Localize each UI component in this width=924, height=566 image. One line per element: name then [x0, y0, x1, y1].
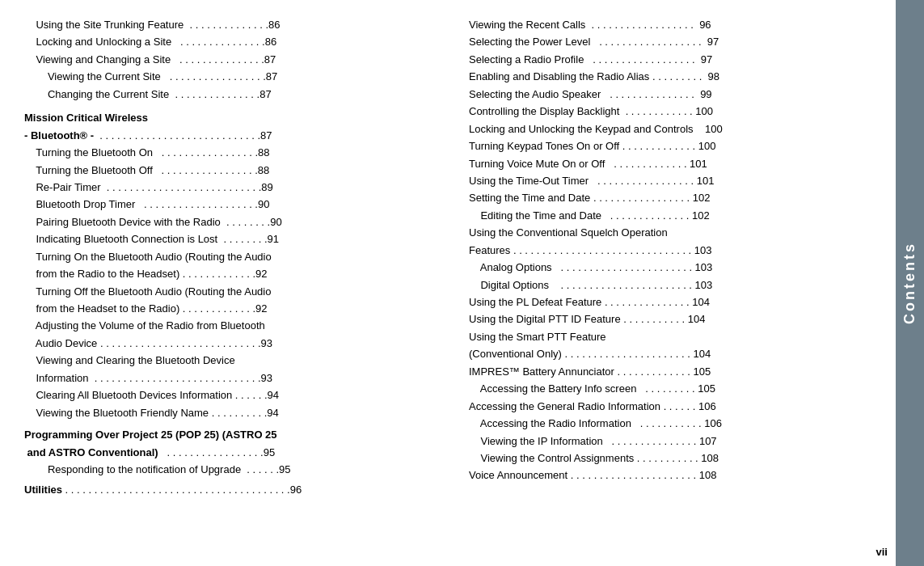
list-item: Selecting the Audio Speaker . . . . . . …: [469, 86, 893, 103]
section-subtitle: - Bluetooth® - . . . . . . . . . . . . .…: [24, 127, 437, 144]
list-item: Viewing the Recent Calls . . . . . . . .…: [469, 16, 893, 33]
list-item: Accessing the Battery Info screen . . . …: [469, 380, 893, 397]
list-item: Turning Voice Mute On or Off . . . . . .…: [469, 155, 893, 172]
list-item: Audio Device . . . . . . . . . . . . . .…: [24, 335, 437, 352]
list-item: Indicating Bluetooth Connection is Lost …: [24, 230, 437, 247]
list-item: Viewing and Clearing the Bluetooth Devic…: [24, 352, 437, 369]
list-item: Bluetooth Drop Timer . . . . . . . . . .…: [24, 196, 437, 213]
section-title-pop25: Programming Over Project 25 (POP 25) (AS…: [24, 426, 437, 443]
contents-label: Contents: [901, 242, 918, 324]
page-container: Using the Site Trunking Feature . . . . …: [0, 0, 924, 566]
list-item: Re-Pair Timer . . . . . . . . . . . . . …: [24, 179, 437, 196]
list-item: Setting the Time and Date . . . . . . . …: [469, 189, 893, 206]
list-item: Digital Options . . . . . . . . . . . . …: [469, 277, 893, 294]
list-item: Features . . . . . . . . . . . . . . . .…: [469, 242, 893, 259]
list-item: from the Headset to the Radio) . . . . .…: [24, 300, 437, 317]
list-item: Viewing the IP Information . . . . . . .…: [469, 433, 893, 450]
list-item: Locking and Unlocking the Keypad and Con…: [469, 120, 893, 137]
list-item: Using the Site Trunking Feature . . . . …: [24, 16, 437, 33]
list-item: Responding to the notification of Upgrad…: [24, 461, 437, 478]
list-item: Controlling the Display Backlight . . . …: [469, 103, 893, 120]
list-item: Turning Off the Bluetooth Audio (Routing…: [24, 283, 437, 300]
list-item: Viewing the Current Site . . . . . . . .…: [24, 68, 437, 85]
list-item: Using the PL Defeat Feature . . . . . . …: [469, 294, 893, 310]
list-item: and ASTRO Conventional) . . . . . . . . …: [24, 444, 437, 461]
list-item: Viewing the Bluetooth Friendly Name . . …: [24, 404, 437, 421]
list-item: Accessing the General Radio Information …: [469, 398, 893, 415]
list-item: Viewing the Control Assignments . . . . …: [469, 450, 893, 467]
page-marker: vii: [876, 546, 888, 558]
list-item: Locking and Unlocking a Site . . . . . .…: [24, 33, 437, 50]
contents-sidebar: Contents: [896, 0, 924, 566]
right-column: Viewing the Recent Calls . . . . . . . .…: [453, 0, 905, 566]
list-item: Voice Announcement . . . . . . . . . . .…: [469, 467, 893, 484]
list-item: Pairing Bluetooth Device with the Radio …: [24, 213, 437, 230]
list-item: Viewing and Changing a Site . . . . . . …: [24, 51, 437, 68]
list-item: Changing the Current Site . . . . . . . …: [24, 86, 437, 103]
section-title: Mission Critical Wireless: [24, 109, 437, 126]
utilities-entry: Utilities . . . . . . . . . . . . . . . …: [24, 481, 437, 498]
list-item: Turning the Bluetooth On . . . . . . . .…: [24, 144, 437, 161]
list-item: Accessing the Radio Information . . . . …: [469, 415, 893, 432]
left-column: Using the Site Trunking Feature . . . . …: [0, 0, 453, 566]
list-item: Turning Keypad Tones On or Off . . . . .…: [469, 137, 893, 154]
list-item: Selecting the Power Level . . . . . . . …: [469, 33, 893, 50]
list-item: Adjusting the Volume of the Radio from B…: [24, 317, 437, 334]
list-item: (Conventional Only) . . . . . . . . . . …: [469, 345, 893, 362]
list-item: Information . . . . . . . . . . . . . . …: [24, 370, 437, 386]
list-item: Using the Smart PTT Feature: [469, 328, 893, 345]
list-item: Analog Options . . . . . . . . . . . . .…: [469, 259, 893, 276]
list-item: Using the Digital PTT ID Feature . . . .…: [469, 310, 893, 327]
list-item: Turning the Bluetooth Off . . . . . . . …: [24, 162, 437, 179]
list-item: Clearing All Bluetooth Devices Informati…: [24, 386, 437, 403]
list-item: Selecting a Radio Profile . . . . . . . …: [469, 51, 893, 68]
list-item: Using the Conventional Squelch Operation: [469, 224, 893, 241]
list-item: Enabling and Disabling the Radio Alias .…: [469, 68, 893, 85]
list-item: Using the Time-Out Timer . . . . . . . .…: [469, 172, 893, 189]
list-item: IMPRES™ Battery Annunciator . . . . . . …: [469, 363, 893, 380]
list-item: Editing the Time and Date . . . . . . . …: [469, 207, 893, 224]
list-item: Turning On the Bluetooth Audio (Routing …: [24, 248, 437, 265]
list-item: from the Radio to the Headset) . . . . .…: [24, 265, 437, 282]
right-column-inner: Viewing the Recent Calls . . . . . . . .…: [469, 16, 893, 484]
